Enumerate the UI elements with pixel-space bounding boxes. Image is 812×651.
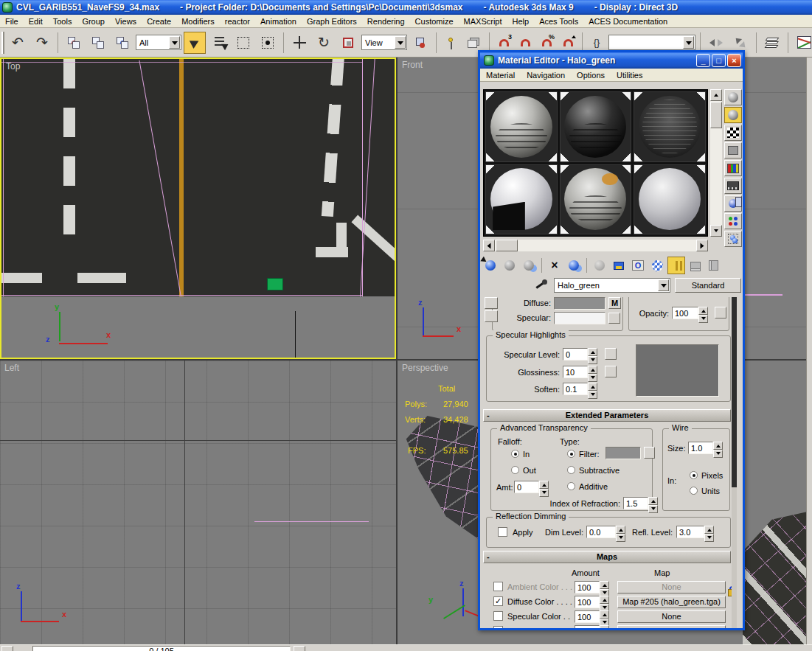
specular-map-button[interactable] (608, 313, 620, 324)
parameters-scrollbar-thumb[interactable] (732, 297, 737, 487)
specular-level-checkbox[interactable] (493, 626, 503, 628)
lock-ambient-diffuse-button[interactable] (485, 297, 498, 309)
ior-field[interactable]: 1.5 (623, 497, 648, 509)
ior-spinner[interactable] (648, 497, 658, 509)
menu-group[interactable]: Group (77, 15, 110, 27)
specular-amount-field[interactable]: 100 (575, 610, 600, 623)
menu-modifiers[interactable]: Modifiers (176, 15, 220, 27)
maximize-button[interactable]: □ (712, 54, 726, 67)
apply-checkbox[interactable] (498, 527, 507, 537)
select-and-link-button[interactable] (63, 32, 85, 54)
viewport-label-perspective[interactable]: Perspective (402, 363, 448, 373)
scroll-down-button[interactable] (710, 225, 722, 237)
toolbar-grip[interactable] (1, 32, 4, 54)
dropdown-arrow-icon[interactable] (658, 279, 669, 291)
specular-amount-spinner[interactable] (600, 610, 609, 623)
unlink-selection-button[interactable] (87, 32, 109, 54)
refl-level-field[interactable]: 3.0 (676, 526, 704, 538)
menu-edit[interactable]: Edit (24, 15, 48, 27)
time-slider-left-button[interactable] (1, 646, 13, 651)
viewport-left[interactable]: Left z x (0, 361, 396, 644)
put-material-to-scene-button[interactable] (501, 257, 518, 274)
material-name-dropdown[interactable]: Halo_green (554, 278, 670, 293)
diffuse-amount-field[interactable]: 100 (575, 596, 600, 608)
specular-level-spinner[interactable] (588, 348, 597, 361)
me-menu-options[interactable]: Options (571, 69, 611, 81)
dropdown-arrow-icon[interactable] (395, 36, 406, 49)
sample-horizontal-scrollbar[interactable] (483, 240, 708, 251)
menu-maxscript[interactable]: MAXScript (459, 15, 507, 27)
viewport-label-left[interactable]: Left (4, 363, 19, 373)
specular-level-map-slot-button[interactable]: None (617, 625, 726, 628)
selection-filter-dropdown[interactable]: All (136, 35, 181, 50)
time-slider[interactable]: 0 / 105 (0, 644, 812, 651)
menu-rendering[interactable]: Rendering (362, 15, 410, 27)
me-menu-utilities[interactable]: Utilities (611, 69, 648, 81)
dim-level-spinner[interactable] (616, 526, 625, 538)
viewport-top[interactable]: Top y z x (0, 58, 396, 359)
material-type-button[interactable]: Standard (675, 278, 741, 293)
material-map-navigator-button[interactable] (724, 231, 742, 247)
glossiness-field[interactable]: 10 (563, 366, 588, 378)
select-by-material-button[interactable] (724, 213, 742, 229)
show-map-in-viewport-button[interactable] (648, 257, 666, 274)
dropdown-arrow-icon[interactable] (683, 36, 694, 49)
diffuse-color-swatch[interactable] (554, 297, 605, 310)
specular-level-amount-spinner[interactable] (600, 625, 609, 628)
menu-aces-documentation[interactable]: ACES Documentation (583, 15, 673, 27)
menu-tools[interactable]: Tools (48, 15, 77, 27)
minimize-button[interactable]: _ (696, 54, 710, 67)
select-and-scale-button[interactable] (337, 32, 359, 54)
background-button[interactable] (724, 125, 742, 141)
specular-map-slot-button[interactable]: None (617, 610, 726, 623)
menu-aces-tools[interactable]: Aces Tools (534, 15, 583, 27)
show-end-result-button[interactable] (667, 257, 685, 274)
select-object-button[interactable] (184, 32, 206, 54)
rectangular-selection-button[interactable] (232, 32, 254, 54)
type-subtractive-radio[interactable] (567, 466, 575, 474)
scrollbar-thumb[interactable] (496, 240, 518, 251)
undo-button[interactable]: ↶ (7, 32, 29, 54)
diffuse-map-slot-button[interactable]: Map #205 (halo_green.tga) (617, 596, 726, 608)
redo-button[interactable]: ↷ (31, 32, 53, 54)
dim-level-field[interactable]: 0.0 (586, 526, 616, 538)
pick-material-from-object-button[interactable] (533, 278, 548, 293)
soften-field[interactable]: 0.1 (563, 383, 588, 395)
glossiness-map-button[interactable] (605, 366, 617, 377)
me-menu-navigation[interactable]: Navigation (521, 69, 571, 81)
diffuse-amount-spinner[interactable] (600, 596, 609, 608)
maps-rollout[interactable]: - Maps (483, 551, 731, 563)
material-id-channel-button[interactable]: O (629, 257, 647, 274)
window-crossing-button[interactable] (257, 32, 279, 54)
selected-object[interactable] (267, 278, 283, 290)
ambient-amount-field[interactable]: 100 (575, 581, 600, 593)
specular-color-swatch[interactable] (554, 312, 605, 324)
material-sample-slot-2[interactable] (560, 91, 632, 162)
go-forward-to-sibling-button[interactable] (706, 257, 723, 274)
refl-level-spinner[interactable] (704, 526, 714, 538)
material-editor-dialog[interactable]: Material Editor - Halo_green _ □ × Mater… (478, 50, 745, 630)
me-menu-material[interactable]: Material (480, 69, 521, 81)
menu-file[interactable]: File (0, 15, 24, 27)
material-sample-slot-3[interactable] (634, 91, 706, 162)
make-preview-button[interactable] (724, 178, 742, 194)
ambient-color-checkbox[interactable] (493, 582, 503, 591)
wire-units-radio[interactable] (690, 487, 698, 495)
menu-help[interactable]: Help (507, 15, 535, 27)
specular-level-map-button[interactable] (605, 348, 617, 360)
type-filter-radio[interactable] (567, 450, 575, 458)
get-material-button[interactable] (482, 257, 499, 274)
make-material-copy-button[interactable] (565, 257, 583, 274)
sample-uv-tiling-button[interactable] (724, 142, 742, 159)
type-additive-radio[interactable] (567, 482, 575, 490)
scroll-right-button[interactable] (696, 240, 708, 251)
assign-material-button[interactable] (520, 257, 538, 274)
material-sample-slot-1[interactable] (485, 91, 558, 162)
menu-animation[interactable]: Animation (255, 15, 302, 27)
material-sample-slot-6[interactable] (634, 164, 706, 235)
amt-spinner[interactable] (539, 481, 549, 493)
select-and-rotate-button[interactable]: ↻ (313, 32, 335, 54)
parameters-scrollbar[interactable] (732, 297, 737, 628)
go-to-parent-button[interactable] (687, 257, 704, 274)
menu-graph-editors[interactable]: Graph Editors (302, 15, 362, 27)
